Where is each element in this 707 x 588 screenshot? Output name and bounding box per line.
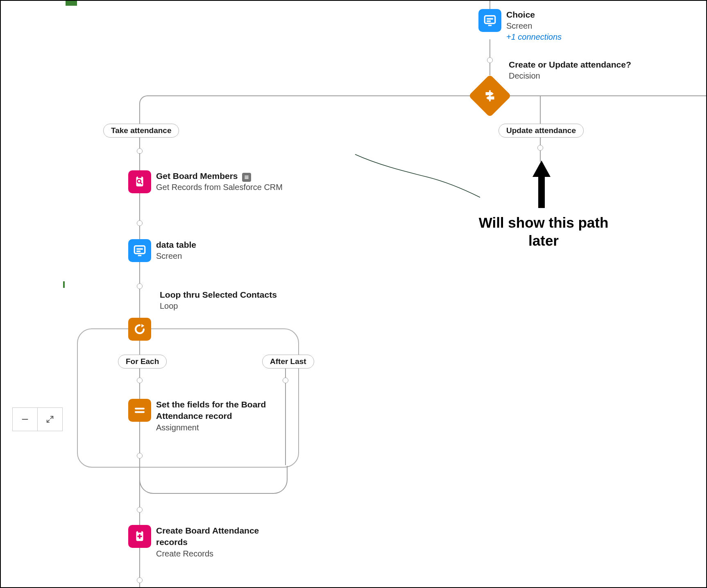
connector	[505, 95, 707, 96]
path-label-for-each[interactable]: For Each	[118, 355, 167, 369]
svg-rect-5	[138, 176, 142, 178]
svg-rect-18	[138, 531, 142, 533]
path-label-after-last[interactable]: After Last	[262, 355, 314, 369]
svg-rect-0	[485, 16, 495, 23]
node-title: Create or Update attendance?	[509, 59, 631, 70]
minus-icon	[20, 415, 29, 424]
zoom-controls	[12, 407, 63, 431]
node-decision[interactable]: Create or Update attendance? Decision	[509, 59, 631, 81]
svg-rect-8	[245, 176, 248, 176]
connector-dot	[283, 378, 288, 383]
connector-dot	[537, 145, 543, 151]
node-title: data table	[156, 239, 196, 251]
node-title: Loop thru Selected Contacts	[160, 289, 277, 301]
node-create-records[interactable]: Create Board Attendance records Create R…	[128, 525, 275, 559]
node-assignment[interactable]: Set the fields for the Board Attendance …	[128, 399, 275, 433]
connector	[540, 96, 541, 124]
node-subtitle: Assignment	[156, 422, 275, 433]
svg-rect-9	[245, 177, 248, 178]
node-choice[interactable]: Choice Screen +1 connections	[478, 9, 562, 43]
connector	[147, 95, 474, 96]
loop-icon[interactable]	[128, 318, 151, 341]
create-records-icon	[128, 525, 151, 548]
node-subtitle: Loop	[160, 301, 277, 312]
expand-icon	[45, 415, 54, 424]
node-title: Create Board Attendance records	[156, 525, 275, 548]
zoom-fit-button[interactable]	[38, 408, 62, 431]
annotation-arrow-icon	[529, 161, 554, 209]
node-subtitle: Decision	[509, 70, 631, 81]
connector-corner	[139, 466, 288, 494]
connector-corner	[139, 95, 148, 104]
green-fragment	[63, 281, 65, 288]
zoom-out-button[interactable]	[13, 408, 38, 431]
node-subtitle: Screen	[506, 20, 562, 32]
connector-dot	[137, 220, 143, 226]
node-subtitle: Create Records	[156, 548, 275, 559]
node-connections-link[interactable]: +1 connections	[506, 32, 562, 43]
svg-line-22	[50, 416, 53, 419]
flow-canvas[interactable]: Choice Screen +1 connections Create or U…	[0, 0, 707, 588]
node-loop[interactable]: Loop thru Selected Contacts Loop	[160, 289, 277, 312]
svg-rect-1	[487, 18, 493, 19]
freehand-stroke	[353, 152, 484, 201]
node-title: Get Board Members	[156, 171, 238, 181]
node-subtitle: Screen	[156, 251, 196, 262]
connector	[489, 1, 490, 9]
assignment-icon	[128, 399, 151, 422]
node-decision-icon[interactable]	[469, 75, 512, 118]
annotation-text: Will show this path later	[468, 214, 619, 250]
loop-container	[77, 328, 299, 468]
connector-dot	[137, 577, 143, 583]
node-get-board-members[interactable]: Get Board Members Get Records from Sales…	[128, 170, 283, 193]
node-title: Choice	[506, 9, 562, 20]
svg-rect-13	[136, 251, 140, 252]
record-list-icon	[242, 173, 251, 182]
signpost-icon	[483, 88, 497, 103]
connector-dot	[137, 283, 143, 289]
svg-rect-11	[134, 246, 145, 253]
node-data-table[interactable]: data table Screen	[128, 239, 196, 262]
connector-dot	[487, 57, 493, 63]
get-records-icon	[128, 170, 151, 193]
screen-icon	[478, 9, 501, 32]
path-label-update-attendance[interactable]: Update attendance	[499, 124, 584, 138]
node-subtitle: Get Records from Salesforce CRM	[156, 182, 283, 193]
path-label-take-attendance[interactable]: Take attendance	[103, 124, 179, 138]
connector-dot	[137, 507, 143, 513]
green-fragment	[66, 1, 77, 6]
screen-icon	[128, 239, 151, 262]
svg-rect-10	[245, 178, 248, 179]
svg-line-23	[47, 420, 50, 422]
node-title: Set the fields for the Board Attendance …	[156, 399, 275, 422]
svg-rect-2	[487, 20, 491, 22]
svg-rect-12	[136, 248, 143, 249]
